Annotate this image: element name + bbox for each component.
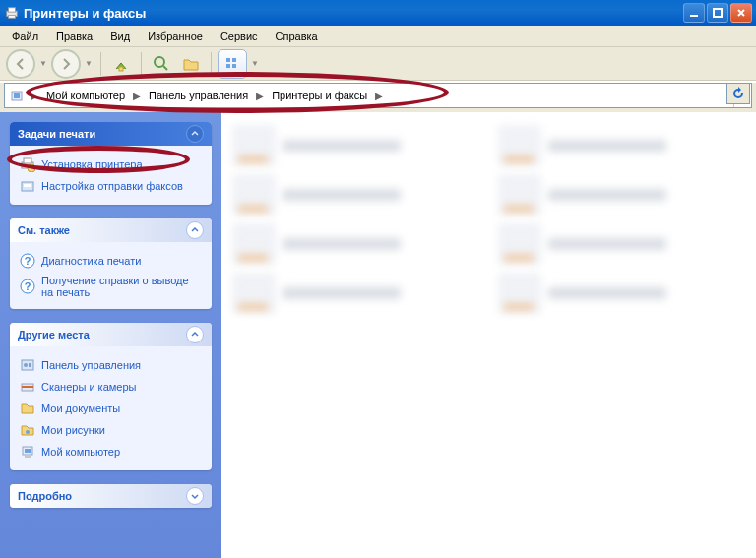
list-item[interactable]	[233, 126, 479, 165]
link-computer[interactable]: Мой компьютер	[20, 441, 202, 463]
svg-point-15	[28, 164, 35, 172]
address-bar[interactable]: ▶ Мой компьютер ▶ Панель управления ▶ Пр…	[4, 83, 752, 108]
list-item[interactable]	[499, 175, 745, 215]
forward-button[interactable]	[51, 49, 81, 79]
breadcrumb-separator-icon[interactable]: ▶	[373, 91, 385, 101]
refresh-button[interactable]	[726, 83, 750, 104]
task-label: Диагностика печати	[41, 255, 141, 267]
svg-rect-29	[25, 456, 31, 458]
minimize-button[interactable]	[683, 3, 705, 23]
printer-window-icon	[4, 5, 20, 21]
toolbar-separator	[141, 52, 142, 76]
link-scanners[interactable]: Сканеры и камеры	[20, 376, 202, 398]
link-label: Панель управления	[41, 359, 141, 371]
folders-button[interactable]	[177, 50, 205, 78]
scanner-icon	[20, 379, 35, 395]
help-icon: ?	[20, 279, 35, 294]
folder-icon	[20, 401, 35, 416]
menu-help[interactable]: Справка	[268, 28, 326, 45]
maximize-button[interactable]	[707, 3, 728, 23]
svg-point-6	[155, 57, 164, 67]
panel-header-details[interactable]: Подробно	[10, 484, 212, 508]
menu-edit[interactable]: Правка	[48, 28, 100, 45]
collapse-icon	[186, 221, 204, 239]
menu-file[interactable]: Файл	[4, 28, 46, 45]
breadcrumb-separator-icon[interactable]: ▶	[254, 91, 266, 101]
menu-tools[interactable]: Сервис	[213, 28, 266, 45]
back-dropdown[interactable]: ▼	[37, 59, 49, 68]
task-fax-setup[interactable]: Настройка отправки факсов	[20, 175, 202, 197]
content-area[interactable]	[221, 112, 756, 558]
list-item[interactable]	[499, 224, 745, 264]
link-label: Мои документы	[41, 403, 120, 414]
svg-rect-8	[232, 58, 236, 62]
svg-rect-17	[24, 184, 32, 187]
views-dropdown[interactable]: ▼	[249, 59, 261, 68]
list-item[interactable]	[499, 274, 745, 313]
svg-rect-24	[29, 363, 32, 367]
breadcrumb-item-printers[interactable]: Принтеры и факсы	[266, 84, 373, 107]
item-label	[283, 189, 401, 201]
svg-rect-12	[14, 93, 20, 98]
fax-icon	[20, 178, 35, 194]
svg-text:?: ?	[25, 255, 32, 267]
svg-rect-7	[226, 58, 230, 62]
list-item[interactable]	[499, 126, 745, 165]
title-bar: Принтеры и факсы	[0, 0, 756, 26]
task-print-help[interactable]: ? Получение справки о выводе на печать	[20, 272, 202, 301]
breadcrumb-separator-icon[interactable]: ▶	[29, 91, 40, 101]
panel-title: См. также	[18, 224, 70, 236]
panel-header-see-also[interactable]: См. также	[10, 218, 212, 242]
expand-icon	[186, 487, 204, 505]
link-label: Мои рисунки	[41, 424, 105, 436]
printer-icon	[499, 274, 540, 313]
search-button[interactable]	[148, 50, 175, 78]
menu-view[interactable]: Вид	[102, 28, 138, 45]
item-label	[548, 189, 666, 201]
svg-rect-5	[119, 67, 123, 71]
forward-dropdown[interactable]: ▼	[83, 59, 94, 68]
up-button[interactable]	[107, 50, 135, 78]
task-add-printer[interactable]: Установка принтера	[20, 154, 202, 175]
task-troubleshoot[interactable]: ? Диагностика печати	[20, 250, 202, 272]
svg-text:?: ?	[25, 280, 32, 292]
menu-favorites[interactable]: Избранное	[140, 28, 211, 45]
list-item[interactable]	[233, 274, 479, 313]
collapse-icon	[186, 326, 204, 343]
panel-header-print-tasks[interactable]: Задачи печати	[10, 122, 212, 146]
item-label	[283, 287, 401, 299]
computer-icon	[20, 444, 35, 460]
svg-rect-10	[232, 64, 236, 68]
list-item[interactable]	[233, 175, 479, 215]
printer-add-icon	[20, 156, 35, 172]
back-button[interactable]	[6, 49, 35, 79]
breadcrumb-separator-icon[interactable]: ▶	[131, 91, 143, 101]
panel-other-places: Другие места Панель управления Сканеры и…	[10, 323, 212, 470]
printer-icon	[233, 224, 275, 264]
printer-icon	[233, 126, 275, 165]
panel-title: Другие места	[18, 329, 90, 341]
svg-point-23	[24, 363, 28, 367]
panel-see-also: См. также ? Диагностика печати ? Получен…	[10, 218, 212, 309]
svg-rect-14	[24, 158, 32, 163]
printer-icon	[499, 175, 540, 215]
breadcrumb-item-computer[interactable]: Мой компьютер	[40, 84, 131, 107]
menu-bar: Файл Правка Вид Избранное Сервис Справка	[0, 26, 756, 47]
svg-rect-3	[690, 15, 698, 17]
printer-icon	[233, 175, 275, 215]
views-button[interactable]	[218, 49, 247, 79]
list-item[interactable]	[233, 224, 479, 264]
svg-rect-9	[226, 64, 230, 68]
address-root-icon[interactable]	[5, 88, 29, 103]
link-control-panel[interactable]: Панель управления	[20, 354, 202, 376]
link-documents[interactable]: Мои документы	[20, 398, 202, 419]
close-button[interactable]	[730, 3, 752, 23]
toolbar-separator	[100, 52, 101, 76]
breadcrumb-item-control-panel[interactable]: Панель управления	[143, 84, 254, 107]
item-label	[548, 140, 666, 152]
link-pictures[interactable]: Мои рисунки	[20, 419, 202, 441]
window-title: Принтеры и факсы	[24, 6, 683, 21]
printer-icon	[233, 274, 275, 313]
help-icon: ?	[20, 253, 35, 269]
panel-header-other-places[interactable]: Другие места	[10, 323, 212, 346]
